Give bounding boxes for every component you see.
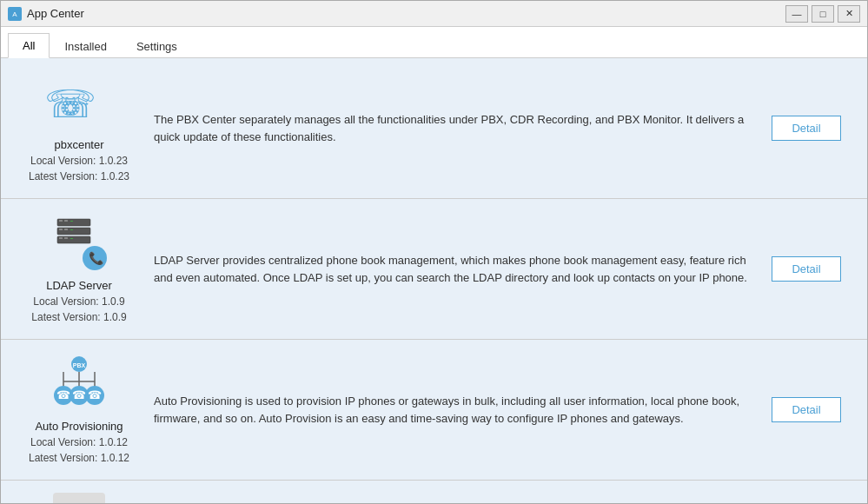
pbxcenter-detail-button[interactable]: Detail (772, 116, 841, 141)
autoprov-detail-button[interactable]: Detail (772, 397, 841, 422)
ldap-icon: 📞 (44, 215, 114, 275)
ldap-detail-button[interactable]: Detail (772, 256, 841, 282)
app-window: A App Center — □ ✕ All Installed Setting… (0, 0, 868, 504)
tabs-bar: All Installed Settings (1, 27, 867, 58)
app-list[interactable]: ☏ → ☏ pbxcenter Local Version: 1.0.23 La… (1, 58, 867, 503)
svg-rect-15 (64, 237, 68, 239)
tab-settings[interactable]: Settings (122, 34, 192, 58)
svg-text:☎: ☎ (88, 388, 102, 401)
svg-rect-8 (70, 221, 73, 222)
svg-text:PBX: PBX (73, 362, 86, 368)
app-item-pbxcenter: ☏ → ☏ pbxcenter Local Version: 1.0.23 La… (1, 58, 867, 199)
autoprov-local-version: Local Version: 1.0.12 (30, 436, 128, 448)
window-controls: — □ ✕ (785, 5, 860, 23)
autoprov-description: Auto Provisioning is used to provision I… (154, 393, 758, 427)
title-bar: A App Center — □ ✕ (1, 1, 867, 27)
ldap-local-version: Local Version: 1.0.9 (33, 295, 124, 308)
pbxcenter-icon: ☏ → ☏ (44, 74, 114, 135)
pbxcenter-description: The PBX Center separately manages all th… (154, 111, 758, 145)
app-item-partial (1, 481, 867, 503)
svg-rect-11 (64, 229, 68, 230)
minimize-button[interactable]: — (785, 5, 808, 23)
pbxcenter-latest-version: Latest Version: 1.0.23 (29, 170, 129, 182)
svg-rect-14 (59, 237, 63, 239)
title-bar-left: A App Center (8, 7, 84, 21)
maximize-button[interactable]: □ (812, 5, 834, 23)
close-button[interactable]: ✕ (838, 5, 860, 23)
ldap-latest-version: Latest Version: 1.0.9 (31, 311, 126, 323)
svg-rect-10 (59, 229, 63, 230)
ldap-description: LDAP Server provides centralized phone b… (154, 252, 758, 286)
ldap-name: LDAP Server (46, 279, 112, 292)
app-icon-info-ldap: 📞 LDAP Server Local Version: 1.0.9 Lates… (18, 215, 140, 323)
pbxcenter-name: pbxcenter (54, 138, 103, 151)
autoprov-name: Auto Provisioning (35, 420, 123, 433)
app-item-autoprov: PBX ☎ ☎ ☎ (1, 340, 867, 481)
svg-text:📞: 📞 (89, 251, 104, 266)
svg-text:☎: ☎ (72, 388, 86, 401)
svg-rect-7 (64, 220, 68, 222)
partial-icon-placeholder (53, 493, 105, 503)
content-area: ☏ → ☏ pbxcenter Local Version: 1.0.23 La… (1, 58, 867, 503)
svg-text:☏: ☏ (44, 83, 92, 125)
autoprov-icon: PBX ☎ ☎ ☎ (44, 355, 114, 416)
tab-all[interactable]: All (8, 33, 50, 58)
tab-installed[interactable]: Installed (50, 34, 121, 58)
svg-rect-6 (59, 220, 63, 222)
svg-rect-12 (70, 229, 73, 230)
pbxcenter-local-version: Local Version: 1.0.23 (30, 155, 128, 167)
svg-text:☎: ☎ (56, 388, 70, 401)
svg-rect-16 (70, 238, 73, 239)
app-icon: A (8, 7, 22, 21)
autoprov-latest-version: Latest Version: 1.0.12 (29, 452, 129, 464)
app-icon-info-pbxcenter: ☏ → ☏ pbxcenter Local Version: 1.0.23 La… (18, 74, 140, 182)
app-item-ldap: 📞 LDAP Server Local Version: 1.0.9 Lates… (1, 199, 867, 340)
window-title: App Center (27, 7, 84, 20)
app-icon-info-partial (18, 493, 140, 503)
app-icon-info-autoprov: PBX ☎ ☎ ☎ (18, 355, 140, 464)
svg-text:A: A (12, 10, 17, 18)
